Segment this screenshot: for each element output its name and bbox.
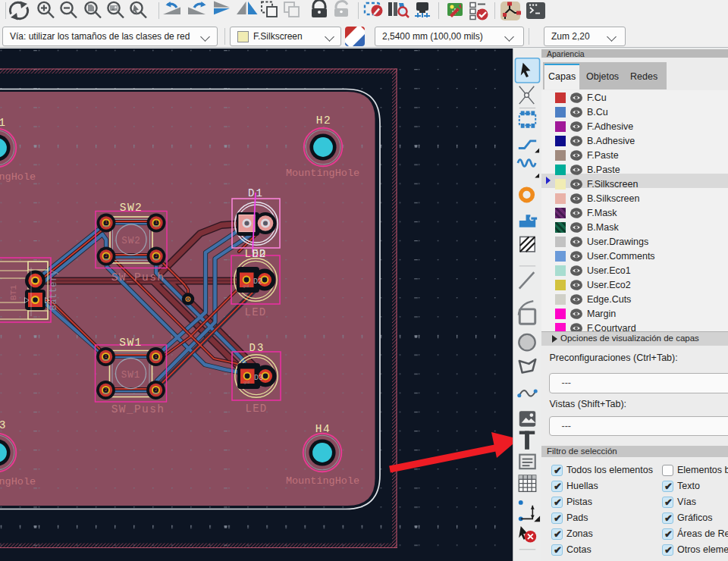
svg-text:SW1: SW1 [119, 337, 143, 349]
svg-text:D2: D2 [253, 248, 267, 260]
svg-text:H4: H4 [315, 423, 331, 435]
svg-text:D2: D2 [253, 277, 262, 286]
svg-text:LED: LED [245, 306, 267, 318]
svg-text:MountingHole: MountingHole [286, 475, 359, 487]
svg-text:SW_Push: SW_Push [111, 271, 165, 284]
svg-text:LED: LED [246, 403, 268, 415]
svg-text:SW2: SW2 [120, 202, 143, 214]
svg-text:SW1: SW1 [121, 370, 141, 381]
svg-text:MountingHole: MountingHole [286, 168, 359, 179]
svg-text:BT1: BT1 [8, 285, 18, 301]
svg-text:1: 1 [0, 117, 5, 129]
svg-text:3: 3 [0, 419, 5, 431]
svg-text:D1: D1 [248, 187, 264, 199]
svg-text:D3: D3 [254, 374, 263, 382]
svg-text:D3: D3 [249, 342, 265, 354]
svg-text:ngHole: ngHole [0, 171, 36, 183]
svg-text:ngHole: ngHole [0, 476, 36, 487]
svg-text:H2: H2 [316, 114, 331, 127]
svg-text:SW_Push: SW_Push [111, 403, 165, 415]
svg-text:SW2: SW2 [121, 236, 141, 246]
svg-text:Battery: Battery [49, 270, 59, 311]
